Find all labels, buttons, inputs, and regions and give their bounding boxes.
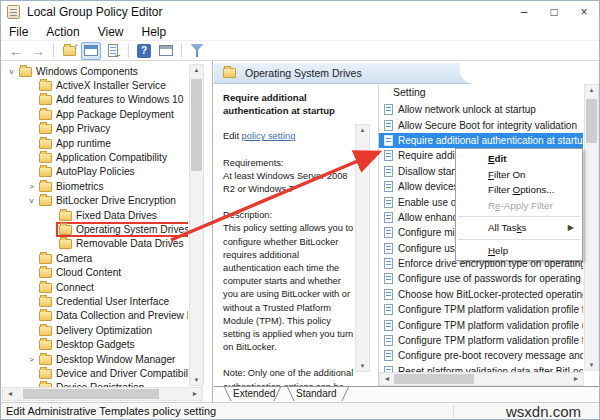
tab-edge <box>341 387 349 401</box>
menu-action[interactable]: Action <box>46 25 79 39</box>
scroll-up-icon[interactable]: ▲ <box>356 127 369 133</box>
tree-item-credential-user-interface[interactable]: Credential User Interface <box>1 294 188 308</box>
tab-extended[interactable]: Extended <box>233 388 275 399</box>
expanded-chevron-icon[interactable]: v <box>25 196 38 205</box>
scroll-down-icon[interactable]: ▼ <box>190 377 203 383</box>
tree-item-app-runtime[interactable]: App runtime <box>1 136 188 150</box>
collapsed-chevron-icon[interactable]: > <box>25 182 38 191</box>
up-one-level-icon[interactable]: ↑ <box>59 42 79 60</box>
context-menu-item-filter-on[interactable]: Filter On <box>456 167 582 183</box>
tree-item-cloud-content[interactable]: Cloud Content <box>1 265 188 279</box>
setting-item-configure-use-of-passwords-for-operating[interactable]: Configure use of passwords for operating… <box>379 271 583 286</box>
tree-item-removable-data-drives[interactable]: Removable Data Drives <box>1 237 188 251</box>
tree-item-label: Camera <box>56 253 92 264</box>
forward-icon[interactable]: → <box>28 42 48 60</box>
tree-item-autoplay-policies[interactable]: AutoPlay Policies <box>1 165 188 179</box>
tree-item-desktop-gadgets[interactable]: Desktop Gadgets <box>1 337 188 351</box>
setting-item-label: Configure pre-boot recovery message and … <box>398 350 583 361</box>
console-window-icon[interactable] <box>81 42 101 60</box>
minimize-button[interactable]: – <box>509 1 539 23</box>
folder-icon <box>19 67 32 77</box>
policy-setting-link[interactable]: policy setting <box>242 131 296 141</box>
description-vertical-scrollbar[interactable]: ▲ ▼ <box>355 124 370 372</box>
context-menu-item-help[interactable]: Help <box>456 243 582 259</box>
tree-item-app-privacy[interactable]: App Privacy <box>1 122 188 136</box>
tree-item-label: Windows Components <box>36 66 138 77</box>
scroll-right-icon[interactable]: ► <box>189 388 201 400</box>
tree-item-windows-components[interactable]: vWindows Components <box>1 64 188 78</box>
requirements-label: Requirements: <box>223 157 355 170</box>
scrollbar-thumb[interactable] <box>23 389 159 399</box>
scroll-left-icon[interactable]: ◄ <box>381 373 393 385</box>
scroll-down-icon[interactable]: ▼ <box>585 362 598 368</box>
setting-item-label: Require additional authentication at sta… <box>398 135 583 146</box>
menu-view[interactable]: View <box>98 25 124 39</box>
context-menu-item-all-tasks[interactable]: All Tasks▶ <box>456 220 582 236</box>
collapsed-chevron-icon[interactable]: > <box>25 355 38 364</box>
help-icon[interactable]: ? <box>134 42 154 60</box>
tree-item-label: Operating System Drives <box>76 224 188 235</box>
scroll-up-icon[interactable]: ▲ <box>190 67 203 73</box>
tree-item-operating-system-drives[interactable]: Operating System Drives <box>1 222 188 236</box>
setting-column-header[interactable]: Setting <box>393 86 426 98</box>
tree-item-label: Desktop Gadgets <box>56 339 135 350</box>
tree-item-label: Delivery Optimization <box>56 325 152 336</box>
setting-item-require-additional-authentication-at-sta[interactable]: Require additional authentication at sta… <box>379 133 583 148</box>
red-annotation-box: Operating System Drives <box>58 224 188 235</box>
folder-icon <box>39 283 52 293</box>
tree-item-delivery-optimization[interactable]: Delivery Optimization <box>1 323 188 337</box>
filter-icon[interactable] <box>187 42 207 60</box>
export-list-icon[interactable]: → <box>103 42 123 60</box>
scroll-right-icon[interactable]: ► <box>570 373 582 385</box>
scroll-up-icon[interactable]: ▲ <box>585 87 598 93</box>
context-menu-item-edit[interactable]: Edit <box>456 151 582 167</box>
back-icon[interactable]: ← <box>6 42 26 60</box>
tab-edge <box>287 387 295 401</box>
folder-icon <box>39 297 52 307</box>
maximize-button[interactable]: □ <box>539 1 569 23</box>
close-button[interactable]: × <box>569 1 599 23</box>
tree-item-app-package-deployment[interactable]: App Package Deployment <box>1 107 188 121</box>
tree-item-application-compatibility[interactable]: Application Compatibility <box>1 150 188 164</box>
tree-item-desktop-window-manager[interactable]: >Desktop Window Manager <box>1 352 188 366</box>
list-horizontal-scrollbar[interactable]: ◄ ► <box>379 372 584 386</box>
policy-doc-icon <box>384 243 393 254</box>
scroll-down-icon[interactable]: ▼ <box>356 363 369 369</box>
tree-node: Application Compatibility <box>38 152 170 163</box>
setting-item-label: Configure TPM platform validation profil… <box>398 320 583 331</box>
tree-vertical-scrollbar[interactable]: ▲ ▼ <box>189 64 204 386</box>
tree-horizontal-scrollbar[interactable]: ◄ ► <box>2 387 203 401</box>
scrollbar-thumb[interactable] <box>586 99 597 143</box>
scroll-left-icon[interactable]: ◄ <box>4 388 16 400</box>
setting-item-allow-network-unlock-at-startup[interactable]: Allow network unlock at startup <box>379 102 583 117</box>
tree-item-camera[interactable]: Camera <box>1 251 188 265</box>
setting-item-allow-secure-boot-for-integrity-validati[interactable]: Allow Secure Boot for integrity validati… <box>379 117 583 132</box>
folder-icon <box>59 225 72 235</box>
menu-file[interactable]: File <box>9 25 28 39</box>
list-vertical-scrollbar[interactable]: ▲ ▼ <box>584 84 599 371</box>
expanded-chevron-icon[interactable]: v <box>5 67 18 76</box>
policy-doc-icon <box>384 150 393 161</box>
tree-item-connect[interactable]: Connect <box>1 280 188 294</box>
tree-item-device-and-driver-compatibility[interactable]: Device and Driver Compatibility <box>1 366 188 380</box>
setting-item-configure-tpm-platform-validation-profil[interactable]: Configure TPM platform validation profil… <box>379 333 583 348</box>
tab-standard[interactable]: Standard <box>296 388 337 399</box>
setting-item-choose-how-bitlocker-protected-operating[interactable]: Choose how BitLocker-protected operating… <box>379 287 583 302</box>
tree-item-biometrics[interactable]: >Biometrics <box>1 179 188 193</box>
tree-item-bitlocker-drive-encryption[interactable]: vBitLocker Drive Encryption <box>1 194 188 208</box>
setting-item-configure-tpm-platform-validation-profil[interactable]: Configure TPM platform validation profil… <box>379 317 583 332</box>
tree-item-label: Connect <box>56 282 94 293</box>
tree-item-label: AutoPlay Policies <box>56 166 135 177</box>
scrollbar-thumb[interactable] <box>191 79 202 171</box>
tree-node: Cloud Content <box>38 267 124 278</box>
setting-item-configure-tpm-platform-validation-profil[interactable]: Configure TPM platform validation profil… <box>379 302 583 317</box>
menu-help[interactable]: Help <box>142 25 167 39</box>
setting-item-configure-pre-boot-recovery-message-and-[interactable]: Configure pre-boot recovery message and … <box>379 348 583 363</box>
context-menu-item-filter-options[interactable]: Filter Options... <box>456 182 582 198</box>
tree-item-add-features-to-windows-10[interactable]: Add features to Windows 10 <box>1 93 188 107</box>
scrollbar-thumb[interactable] <box>394 374 474 384</box>
tree-item-fixed-data-drives[interactable]: Fixed Data Drives <box>1 208 188 222</box>
tree-item-data-collection-and-preview-builds[interactable]: Data Collection and Preview Builds <box>1 309 188 323</box>
tree-item-activex-installer-service[interactable]: ActiveX Installer Service <box>1 78 188 92</box>
new-window-icon[interactable] <box>156 42 176 60</box>
